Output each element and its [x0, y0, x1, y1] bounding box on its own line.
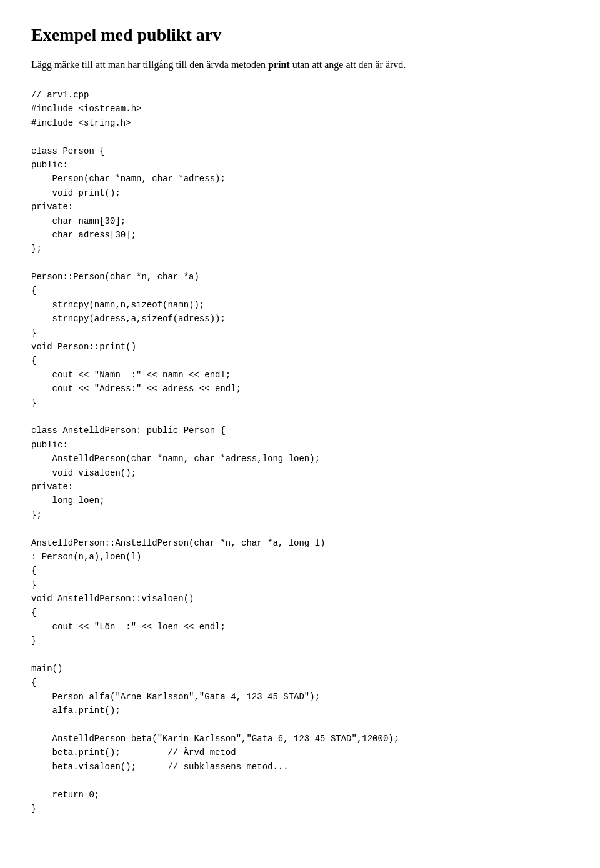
subtitle-before-bold: Lägg märke till att man har tillgång til… [31, 59, 268, 70]
code-block: // arv1.cpp#include <iostream.h>#include… [31, 88, 569, 816]
code-line [31, 718, 569, 732]
subtitle-bold: print [268, 59, 290, 70]
subtitle: Lägg märke till att man har tillgång til… [31, 57, 569, 72]
code-line: private: [31, 200, 569, 214]
code-line: AnstelldPerson beta("Karin Karlsson","Ga… [31, 732, 569, 746]
code-line: cout << "Lön :" << loen << endl; [31, 620, 569, 634]
code-line: alfa.print(); [31, 704, 569, 717]
code-line: beta.print(); // Ärvd metod [31, 746, 569, 759]
code-line: cout << "Adress:" << adress << endl; [31, 382, 569, 396]
code-line: } [31, 326, 569, 340]
code-line: : Person(n,a),loen(l) [31, 550, 569, 564]
code-line: void print(); [31, 186, 569, 200]
code-line: void visaloen(); [31, 466, 569, 480]
code-line: public: [31, 438, 569, 452]
code-line: Person alfa("Arne Karlsson","Gata 4, 123… [31, 690, 569, 704]
code-line: { [31, 676, 569, 689]
code-line: } [31, 578, 569, 592]
code-line: { [31, 564, 569, 577]
code-line [31, 130, 569, 144]
code-line: #include <iostream.h> [31, 102, 569, 116]
code-line: strncpy(adress,a,sizeof(adress)); [31, 312, 569, 326]
subtitle-after-bold: utan att ange att den är ärvd. [290, 59, 406, 70]
code-line: class Person { [31, 144, 569, 158]
code-line: } [31, 634, 569, 647]
code-line: char namn[30]; [31, 214, 569, 228]
code-line: AnstelldPerson::AnstelldPerson(char *n, … [31, 536, 569, 550]
code-line: return 0; [31, 788, 569, 802]
code-line: // arv1.cpp [31, 88, 569, 102]
code-line: Person::Person(char *n, char *a) [31, 270, 569, 284]
code-line [31, 256, 569, 270]
code-line: cout << "Namn :" << namn << endl; [31, 368, 569, 382]
page-title: Exempel med publikt arv [31, 25, 569, 45]
code-line [31, 410, 569, 424]
code-line: class AnstelldPerson: public Person { [31, 424, 569, 437]
code-line [31, 522, 569, 536]
code-line: #include <string.h> [31, 116, 569, 130]
code-line: void Person::print() [31, 340, 569, 354]
code-line: strncpy(namn,n,sizeof(namn)); [31, 298, 569, 312]
code-line: private: [31, 480, 569, 494]
code-line [31, 774, 569, 787]
code-line: } [31, 802, 569, 816]
code-line: }; [31, 508, 569, 522]
code-line: char adress[30]; [31, 228, 569, 242]
code-line: Person(char *namn, char *adress); [31, 172, 569, 186]
code-line: } [31, 396, 569, 410]
code-line: AnstelldPerson(char *namn, char *adress,… [31, 452, 569, 466]
code-line: beta.visaloen(); // subklassens metod... [31, 760, 569, 774]
code-line: long loen; [31, 494, 569, 507]
code-line: { [31, 606, 569, 619]
code-line [31, 648, 569, 662]
code-line: { [31, 284, 569, 297]
code-line: }; [31, 242, 569, 256]
code-line: main() [31, 662, 569, 676]
code-line: void AnstelldPerson::visaloen() [31, 592, 569, 606]
code-line: { [31, 354, 569, 367]
code-line: public: [31, 158, 569, 172]
